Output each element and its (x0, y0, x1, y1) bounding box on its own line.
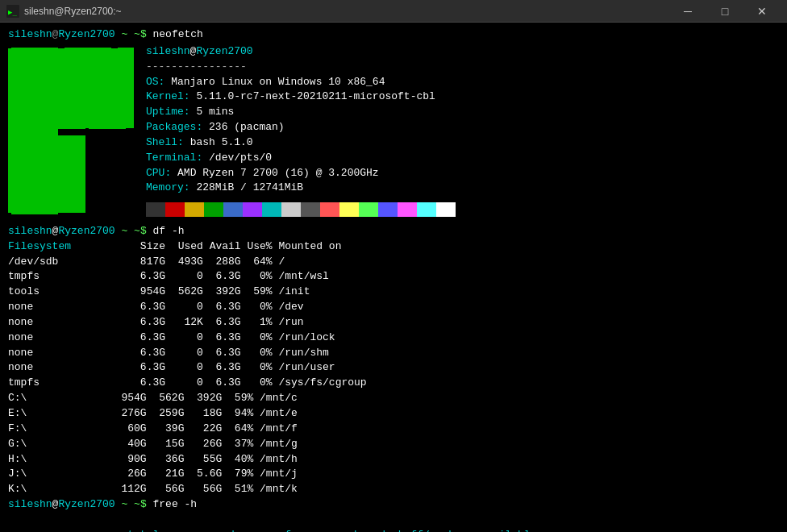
swatch-12 (378, 202, 398, 217)
free-col-avail: available (461, 529, 537, 532)
nf-os: OS: Manjaro Linux on Windows 10 x86_64 (146, 75, 779, 90)
df-row: C:\ 954G 562G 392G 59% /mnt/c (8, 391, 779, 406)
nf-os-val: Manjaro Linux on Windows 10 x86_64 (171, 76, 385, 88)
prompt-host-1: Ryzen2700 (58, 28, 115, 40)
swatch-6 (262, 202, 281, 217)
free-col-used: used (159, 529, 235, 532)
swatch-8 (301, 202, 320, 217)
nf-terminal: Terminal: /dev/pts/0 (146, 151, 779, 166)
titlebar: ▶_ sileshn@Ryzen2700:~ ─ □ ✕ (0, 0, 787, 23)
nf-user: sileshn (146, 45, 190, 57)
swatch-15 (436, 202, 456, 217)
df-row: F:\ 60G 39G 22G 64% /mnt/f (8, 422, 779, 437)
terminal[interactable]: sileshn@Ryzen2700 ~ ~$ neofetch (0, 23, 787, 532)
df-row: tmpfs 6.3G 0 6.3G 0% /sys/fs/cgroup (8, 376, 779, 391)
nf-uptime-label: Uptime: (146, 106, 190, 118)
nf-mem-val: 228MiB / 12741MiB (196, 181, 303, 193)
df-rows: /dev/sdb 817G 493G 288G 64% /tmpfs 6.3G … (8, 255, 779, 498)
prompt-dir-1: ~ (121, 28, 127, 40)
nf-mem-label: Memory: (146, 181, 190, 193)
swatch-4 (223, 202, 243, 217)
prompt-user-2: sileshn (8, 225, 52, 237)
swatch-13 (398, 202, 417, 217)
nf-kernel: Kernel: 5.11.0-rc7-next-20210211-microso… (146, 89, 779, 105)
df-row: tmpfs 6.3G 0 6.3G 0% /mnt/wsl (8, 269, 779, 285)
prompt-df: sileshn@Ryzen2700 ~ ~$ df -h (8, 224, 779, 239)
prompt-dir-2: ~ (121, 225, 127, 237)
nf-separator: ---------------- (146, 60, 779, 75)
nf-kernel-val: 5.11.0-rc7-next-20210211-microsoft-cbl (196, 90, 435, 102)
nf-uptime: Uptime: 5 mins (146, 105, 779, 120)
swatch-10 (339, 202, 359, 217)
nf-shell-val: bash 5.1.0 (190, 136, 253, 148)
titlebar-title: sileshn@Ryzen2700:~ (24, 6, 122, 17)
df-row: none 6.3G 0 6.3G 0% /dev (8, 300, 779, 315)
nf-kernel-label: Kernel: (146, 90, 190, 102)
free-col-buff: buff/cache (385, 529, 461, 532)
maximize-button[interactable]: □ (706, 0, 743, 23)
df-row: H:\ 90G 36G 55G 40% /mnt/h (8, 452, 779, 468)
cmd-free: free -h (147, 498, 197, 510)
nf-term-val: /dev/pts/0 (209, 152, 272, 164)
neofetch-info: sileshn@Ryzen2700 ---------------- OS: M… (141, 44, 779, 218)
df-row: /dev/sdb 817G 493G 288G 64% / (8, 255, 779, 270)
df-row: E:\ 276G 259G 18G 94% /mnt/e (8, 406, 779, 422)
df-row: none 6.3G 0 6.3G 0% /run/lock (8, 330, 779, 346)
nf-memory: Memory: 228MiB / 12741MiB (146, 181, 779, 196)
df-row: none 6.3G 0 6.3G 0% /run/user (8, 360, 779, 376)
swatch-2 (185, 202, 204, 217)
prompt-host-2: Ryzen2700 (58, 225, 115, 237)
prompt-free: sileshn@Ryzen2700 ~ ~$ free -h (8, 497, 779, 513)
free-col-free: free (235, 529, 310, 532)
free-col-shared: shared (310, 529, 386, 532)
swatch-3 (204, 202, 223, 217)
prompt-dollar-1: ~$ (134, 28, 147, 40)
nf-packages: Packages: 236 (pacman) (146, 120, 779, 135)
prompt-host-3: Ryzen2700 (58, 498, 115, 510)
df-header-rest: Size Used Avail Use% Mounted on (71, 240, 341, 252)
minimize-button[interactable]: ─ (669, 0, 706, 23)
nf-pkg-val: 236 (pacman) (209, 121, 285, 133)
swatch-0 (146, 202, 165, 217)
neofetch-output: sileshn@Ryzen2700 ---------------- OS: M… (8, 43, 779, 218)
nf-host: Ryzen2700 (196, 45, 252, 57)
nf-term-label: Terminal: (146, 152, 202, 164)
titlebar-left: ▶_ sileshn@Ryzen2700:~ (6, 5, 122, 18)
prompt-neofetch: sileshn@Ryzen2700 ~ ~$ neofetch (8, 27, 779, 43)
df-row: tools 954G 562G 392G 59% /init (8, 285, 779, 300)
prompt-dollar-2: ~$ (134, 225, 147, 237)
cmd-neofetch: neofetch (147, 28, 203, 40)
neofetch-logo (8, 44, 141, 218)
close-button[interactable]: ✕ (743, 0, 781, 23)
prompt-dir-3: ~ (121, 498, 127, 510)
swatch-7 (281, 202, 301, 217)
nf-userhost: sileshn@Ryzen2700 (146, 44, 779, 60)
nf-cpu-label: CPU: (146, 167, 171, 179)
nf-shell-label: Shell: (146, 136, 184, 148)
nf-shell: Shell: bash 5.1.0 (146, 135, 779, 151)
titlebar-controls: ─ □ ✕ (669, 0, 781, 23)
swatch-14 (417, 202, 436, 217)
nf-cpu-val: AMD Ryzen 7 2700 (16) @ 3.200GHz (177, 167, 379, 179)
terminal-icon: ▶_ (6, 5, 19, 18)
swatch-9 (320, 202, 339, 217)
nf-pkg-label: Packages: (146, 121, 202, 133)
df-row: none 6.3G 0 6.3G 0% /run/shm (8, 346, 779, 361)
svg-text:▶_: ▶_ (8, 8, 17, 16)
nf-cpu: CPU: AMD Ryzen 7 2700 (16) @ 3.200GHz (146, 166, 779, 181)
df-row: K:\ 112G 56G 56G 51% /mnt/k (8, 482, 779, 497)
df-header-filesystem: Filesystem (8, 240, 71, 252)
color-swatches (146, 202, 779, 217)
swatch-11 (359, 202, 378, 217)
swatch-1 (165, 202, 185, 217)
cmd-df: df -h (147, 225, 185, 237)
df-row: J:\ 26G 21G 5.6G 79% /mnt/j (8, 467, 779, 482)
nf-os-label: OS: (146, 76, 164, 88)
free-header: total used free shared buff/cache availa… (8, 513, 779, 532)
df-row: none 6.3G 12K 6.3G 1% /run (8, 315, 779, 330)
df-header: Filesystem Size Used Avail Use% Mounted … (8, 239, 779, 255)
nf-uptime-val: 5 mins (196, 106, 234, 118)
prompt-user-3: sileshn (8, 498, 52, 510)
prompt-dollar-3: ~$ (134, 498, 147, 510)
df-row: G:\ 40G 15G 26G 37% /mnt/g (8, 437, 779, 452)
